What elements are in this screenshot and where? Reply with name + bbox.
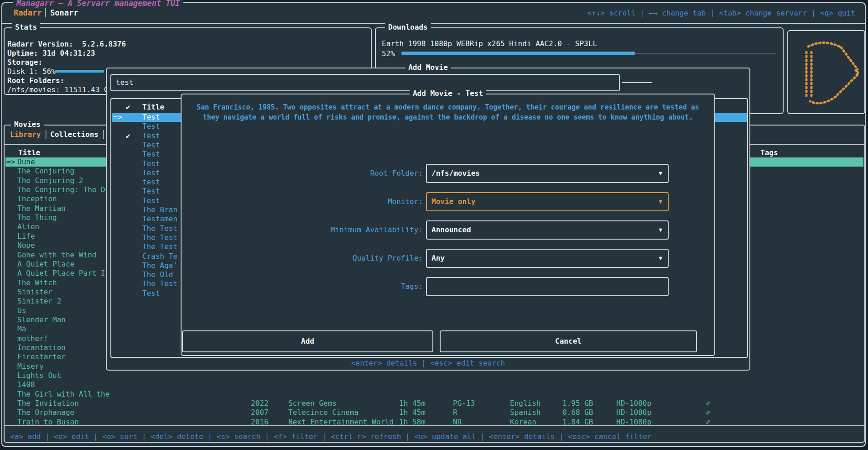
monitored-check-header-icon: ✔	[126, 103, 130, 112]
result-title: Test	[142, 196, 160, 205]
disk-usage: Disk 1: 56%	[7, 67, 56, 76]
field-label: Root Folder:	[182, 164, 423, 183]
radarr-version: Radarr Version: 5.2.6.8376	[7, 40, 126, 49]
tab-sonarr[interactable]: Sonarr	[50, 8, 78, 17]
movie-title: 1408	[17, 380, 35, 389]
movie-title: A Quiet Place Part II	[17, 269, 109, 278]
field-control[interactable]: Announced ▼	[426, 220, 669, 240]
result-title: The Test	[142, 224, 177, 233]
result-title: Test	[142, 168, 160, 178]
popup-keybindings: <enter> details | <esc> edit search	[351, 359, 505, 368]
movie-title: Inception	[17, 194, 57, 204]
movie-row[interactable]: 1408	[5, 380, 864, 389]
field-label: Minimum Availability:	[182, 220, 423, 240]
movie-quality-profile: HD-1080p	[616, 408, 651, 417]
movie-overview-line2: they navigate a world full of risks and …	[182, 113, 714, 122]
search-input-value: test	[116, 78, 134, 87]
movie-size: 0.68 GB	[562, 408, 593, 417]
movie-title: Life	[17, 232, 35, 241]
header-divider	[1, 23, 866, 24]
movie-certification: R	[453, 408, 457, 417]
cancel-button[interactable]: Cancel	[440, 330, 697, 352]
result-title: Testamen	[142, 215, 177, 224]
tab-separator: │	[43, 8, 48, 17]
movie-title: The Conjuring: The De	[17, 185, 109, 194]
field-control[interactable]: Any ▼	[426, 249, 669, 268]
movie-title: The Witch	[17, 278, 57, 288]
result-title: The Test	[142, 279, 177, 288]
field-value: Any	[431, 250, 445, 267]
result-title: The Bran	[142, 205, 177, 215]
root-folders-label: Root Folders:	[7, 76, 64, 85]
result-title: Crash Te	[142, 252, 177, 261]
tab-library[interactable]: Library	[10, 130, 41, 139]
app-title: Managarr — A Servarr management TUI	[13, 0, 183, 8]
form-field: Root Folder: /nfs/movies ▼	[182, 164, 714, 183]
movie-title: Sinister	[17, 288, 52, 297]
field-label: Quality Profile:	[182, 249, 423, 268]
download-progress-track	[635, 53, 776, 54]
movie-language: English	[510, 399, 541, 408]
result-title: Test	[142, 187, 160, 196]
field-label: Tags:	[182, 277, 423, 296]
top-keybindings: <↑↓> scroll | ←→ change tab | <tab> chan…	[587, 9, 855, 18]
movie-size: 1.95 GB	[562, 399, 593, 408]
selection-arrow-icon: =>	[6, 157, 15, 167]
movie-runtime: 1h 45m	[399, 399, 426, 408]
add-movie-popup-title: Add Movie	[405, 63, 451, 72]
result-title: Test	[142, 113, 160, 122]
movie-title: The Girl with All the	[17, 390, 109, 399]
movie-title: Nope	[17, 241, 35, 250]
edit-pencil-icon: ✎	[706, 408, 710, 417]
movie-title: Incantation	[17, 343, 66, 352]
movie-title: Firestarter	[17, 352, 66, 361]
result-title: Test	[142, 159, 160, 168]
movie-title: Gone with the Wind	[17, 251, 96, 260]
field-control[interactable]	[426, 277, 669, 296]
movie-title: The Conjuring 2	[17, 176, 83, 185]
movie-certification: PG-13	[453, 399, 475, 408]
movie-row[interactable]: The Girl with All the	[5, 390, 864, 399]
movie-title: Ma	[17, 324, 26, 334]
movie-title: The Orphanage	[17, 408, 74, 417]
movie-title: Sinister 2	[17, 297, 61, 306]
search-input[interactable]: test	[110, 74, 620, 91]
movie-title: Lights Out	[17, 371, 61, 380]
movie-row[interactable]: The Invitation 2022 Screen Gems 1h 45m P…	[5, 399, 864, 408]
root-folder-size: /nfs/movies: 11511.43 GB	[7, 85, 113, 94]
field-value: /nfs/movies	[431, 165, 480, 182]
column-header-tags: Tags	[760, 148, 778, 157]
add-button[interactable]: Add	[182, 330, 433, 352]
result-title: Test	[142, 122, 160, 131]
modal-form: Root Folder: /nfs/movies ▼ Monitor: Movi…	[182, 164, 714, 301]
movie-title: A Quiet Place	[17, 260, 74, 269]
selection-arrow-icon: =>	[113, 113, 122, 122]
tab-radarr[interactable]: Radarr	[14, 8, 42, 17]
field-control[interactable]: Movie only ▼	[426, 192, 669, 211]
movie-title: Alien	[17, 222, 39, 231]
tab-collections[interactable]: Collections	[50, 130, 99, 139]
result-title: Test	[142, 289, 160, 298]
add-movie-modal: Add Movie - Test San Francisco, 1985. Tw…	[181, 94, 715, 356]
field-value: Movie only	[431, 193, 475, 210]
movie-row[interactable]: The Orphanage 2007 Telecinco Cinema 1h 4…	[5, 408, 864, 417]
form-field: Quality Profile: Any ▼	[182, 249, 714, 268]
field-value: Announced	[431, 221, 471, 239]
result-title: The Aga'	[142, 261, 177, 270]
result-title: test	[142, 178, 160, 187]
movie-quality-profile: HD-1080p	[616, 399, 651, 408]
movie-row[interactable]: Lights Out	[5, 371, 864, 380]
movie-title: The Martian	[17, 204, 66, 213]
modal-title: Add Movie - Test	[410, 89, 486, 98]
logo-panel	[787, 30, 865, 114]
movie-title: The Thing	[17, 213, 57, 222]
uptime: Uptime: 31d 04:31:23	[7, 49, 95, 58]
download-progress-bar	[401, 52, 635, 55]
result-title: The Old	[142, 270, 173, 279]
tab-separator: │	[44, 130, 48, 139]
movie-title: Slender Man	[17, 315, 66, 324]
movies-keybindings: <a> add | <e> edit | <o> sort | <del> de…	[10, 432, 651, 441]
chevron-down-icon: ▼	[659, 250, 662, 267]
movie-overview-line1: San Francisco, 1985. Two opposites attra…	[182, 103, 714, 112]
field-control[interactable]: /nfs/movies ▼	[426, 164, 669, 183]
